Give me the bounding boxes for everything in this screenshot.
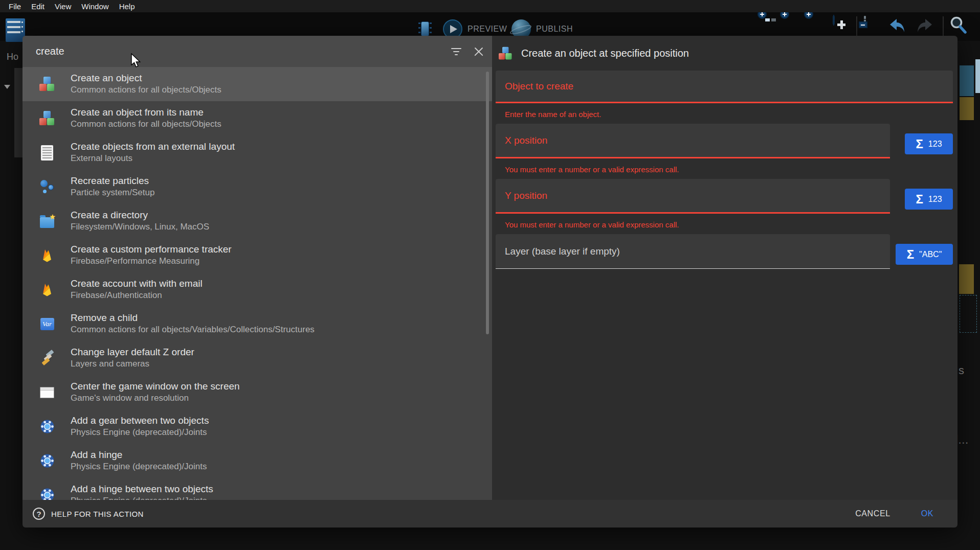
background-dashed-selection [960, 295, 977, 333]
list-item[interactable]: Create objects from an external layoutEx… [23, 135, 492, 170]
action-subtitle: External layouts [71, 152, 235, 165]
menu-help[interactable]: Help [114, 2, 140, 11]
action-subtitle: Physics Engine (deprecated)/Joints [71, 426, 209, 439]
home-tab-partial: Ho [7, 52, 18, 62]
list-scrollbar-thumb[interactable] [486, 72, 489, 334]
field-error-text: You must enter a number or a valid expre… [505, 165, 953, 174]
expression-type-label: 123 [928, 140, 942, 149]
search-toolbar-icon[interactable] [949, 15, 968, 38]
list-item[interactable]: Create a directoryFilesystem/Windows, Li… [23, 204, 492, 238]
expression-builder-button[interactable]: Σ"ABC" [896, 244, 953, 265]
physics-joint-icon [40, 488, 55, 500]
action-list: Create an objectCommon actions for all o… [23, 67, 492, 500]
list-item[interactable]: Change layer default Z orderLayers and c… [23, 341, 492, 375]
ok-button[interactable]: OK [918, 509, 937, 519]
menu-file[interactable]: File [4, 2, 26, 11]
action-title: Create account with with email [71, 278, 203, 289]
action-title: Create a custom performance tracker [71, 243, 232, 255]
list-item[interactable]: Create account with with emailFirebase/A… [23, 272, 492, 307]
physics-joint-icon [40, 419, 55, 434]
action-title: Change layer default Z order [71, 346, 194, 358]
field-row: Layer (base layer if empty)Σ"ABC" [496, 234, 953, 269]
action-subtitle: Filesystem/Windows, Linux, MacOS [71, 221, 209, 233]
action-subtitle: Common actions for all objects/Objects [71, 84, 221, 96]
list-item[interactable]: Recreate particlesParticle system/Setup [23, 170, 492, 204]
help-button[interactable]: ? HELP FOR THIS ACTION [33, 508, 144, 520]
app-screen: FileEditViewWindowHelp PREVIEW PUBLISH H… [0, 0, 980, 550]
expression-type-label: 123 [928, 195, 942, 204]
redo-icon[interactable] [914, 15, 934, 38]
field-layer-base-layer-if-empty[interactable]: Layer (base layer if empty) [496, 234, 890, 269]
undo-icon[interactable] [887, 15, 908, 38]
debugger-icon[interactable] [418, 19, 432, 38]
action-subtitle: Layers and cameras [71, 358, 194, 370]
sigma-icon: Σ [916, 138, 923, 150]
search-bar [23, 36, 492, 67]
list-item[interactable]: Add a hingePhysics Engine (deprecated)/J… [23, 444, 492, 478]
expression-builder-button[interactable]: Σ123 [905, 133, 953, 154]
background-event-block [959, 264, 974, 294]
list-item[interactable]: VarRemove a childCommon actions for all … [23, 307, 492, 341]
field-x-position[interactable]: X position [496, 124, 890, 158]
filter-icon[interactable] [451, 48, 461, 55]
variable-icon: Var [40, 318, 54, 330]
cubes-icon [39, 77, 55, 91]
action-subtitle: Physics Engine (deprecated)/Joints [71, 495, 213, 500]
action-subtitle: Physics Engine (deprecated)/Joints [71, 461, 207, 473]
close-icon[interactable] [474, 47, 484, 57]
action-title: Remove a child [71, 312, 315, 324]
action-search-panel: Create an objectCommon actions for all o… [23, 36, 492, 500]
search-input[interactable] [35, 45, 451, 58]
action-title: Add a hinge between two objects [71, 483, 213, 495]
action-title: Create an object [71, 72, 221, 84]
background-scrollbar-fragment [960, 65, 974, 96]
background-text-partial: s [959, 364, 964, 377]
list-item[interactable]: Create an object from its nameCommon act… [23, 101, 492, 135]
deselect-instances-icon[interactable] [864, 17, 866, 26]
field-y-position[interactable]: Y position [496, 179, 890, 214]
action-subtitle: Particle system/Setup [71, 187, 154, 199]
action-title: Create an object from its name [71, 106, 221, 118]
field-object-to-create[interactable]: Object to create [496, 71, 953, 103]
list-item[interactable]: Center the game window on the screenGame… [23, 375, 492, 409]
action-detail-panel: Create an object at specified position O… [492, 36, 957, 500]
action-subtitle: Firebase/Authentication [71, 289, 203, 302]
add-extension-icon[interactable] [833, 16, 835, 25]
list-item[interactable]: Create an objectCommon actions for all o… [23, 67, 492, 101]
action-subtitle: Firebase/Performance Measuring [71, 255, 232, 267]
instruction-editor-dialog: Create an objectCommon actions for all o… [23, 36, 957, 528]
menu-window[interactable]: Window [76, 2, 114, 11]
window-scrollbar[interactable] [975, 59, 980, 93]
firebase-icon [41, 248, 53, 263]
action-subtitle: Common actions for all objects/Variables… [71, 324, 315, 336]
chevron-down-icon[interactable] [4, 85, 10, 92]
particles-icon [39, 179, 55, 195]
action-title: Add a gear between two objects [71, 415, 209, 426]
menu-edit[interactable]: Edit [26, 2, 50, 11]
help-icon: ? [33, 508, 45, 520]
expression-type-label: "ABC" [919, 250, 942, 259]
field-label: Layer (base layer if empty) [505, 246, 620, 257]
background-panel-edge [14, 68, 23, 157]
action-subtitle: Common actions for all objects/Objects [71, 118, 221, 130]
menu-view[interactable]: View [50, 2, 76, 11]
action-title: Create objects from an external layout [71, 141, 235, 152]
folder-icon [40, 217, 54, 228]
action-title: Recreate particles [71, 175, 154, 187]
field-row: X positionΣ123 [496, 124, 953, 158]
list-item[interactable]: Create a custom performance trackerFireb… [23, 238, 492, 272]
list-item[interactable]: Add a gear between two objectsPhysics En… [23, 409, 492, 444]
expression-builder-button[interactable]: Σ123 [905, 189, 953, 210]
detail-title: Create an object at specified position [521, 48, 689, 59]
external-layout-icon [41, 145, 53, 161]
list-item[interactable]: Add a hinge between two objectsPhysics E… [23, 478, 492, 500]
dialog-footer: ? HELP FOR THIS ACTION CANCEL OK [23, 500, 957, 528]
detail-header: Create an object at specified position [496, 36, 953, 71]
action-title: Create a directory [71, 209, 209, 221]
sigma-icon: Σ [916, 193, 923, 205]
cancel-button[interactable]: CANCEL [852, 509, 894, 519]
background-event-block [960, 97, 974, 120]
publish-label: PUBLISH [536, 25, 573, 34]
preview-label: PREVIEW [467, 25, 507, 34]
cubes-icon [39, 111, 55, 126]
